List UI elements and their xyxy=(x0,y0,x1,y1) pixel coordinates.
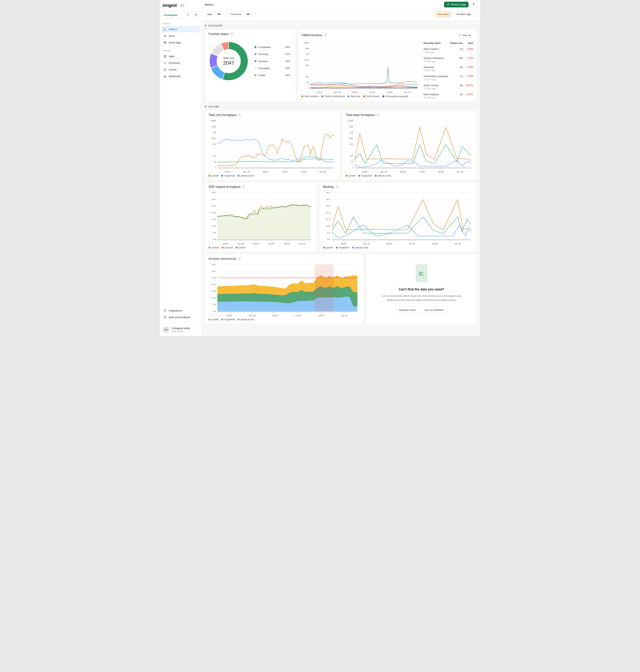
failed-functions-chart[interactable]: 100M10M1M100K10K10010118:00Jun 1906:0012… xyxy=(302,40,420,94)
total-steps-chart[interactable]: 100M10M1M100K10K10010118:00Jun 1906:0012… xyxy=(346,118,474,174)
failure-rate: 0.3% xyxy=(463,66,473,72)
legend-dot xyxy=(221,318,223,320)
legend-item[interactable]: github-pr-bot xyxy=(375,174,391,177)
gear-icon xyxy=(472,3,475,6)
svg-text:20 K: 20 K xyxy=(326,212,330,214)
card-title: Function status xyxy=(208,32,229,36)
legend-percent: 10% xyxy=(285,67,290,70)
give-feedback-button[interactable]: Give us feedback xyxy=(421,306,447,313)
svg-text:5 K: 5 K xyxy=(213,231,216,234)
sidebar-item-webhooks[interactable]: Webhooks xyxy=(161,73,200,80)
svg-text:18:00: 18:00 xyxy=(438,171,443,173)
legend-item[interactable]: New lead xyxy=(348,95,360,98)
legend-dot xyxy=(352,247,354,248)
functions-filter[interactable]: Functions All xyxy=(229,11,256,17)
legend-label: Completed xyxy=(259,46,285,48)
plug-icon xyxy=(163,309,167,312)
legend-item[interactable]: Onboarding campaign xyxy=(382,95,408,98)
svg-text:10K: 10K xyxy=(212,143,216,145)
svg-text:35 K: 35 K xyxy=(212,191,216,194)
help-icon[interactable]: ? xyxy=(238,257,241,260)
svg-text:1M: 1M xyxy=(350,131,353,133)
sidebar-item-apps[interactable]: Apps xyxy=(161,53,200,59)
svg-text:10: 10 xyxy=(306,81,309,84)
legend-item[interactable]: inngestbot xyxy=(221,174,235,177)
table-row[interactable]: Onboarding campaign 22 mins ago 10 0.5% xyxy=(423,75,473,81)
legend-item[interactable]: Deploy notifications xyxy=(322,95,345,98)
svg-text:12:00: 12:00 xyxy=(268,242,274,245)
sidebar-item-event-logs[interactable]: Event logs xyxy=(161,40,200,46)
legend-item[interactable]: Started xyxy=(208,246,219,249)
account-concurrency-chart[interactable]: 35 K30 K25 K20 K15 K10 K5 K0 K18:00Jun 1… xyxy=(208,262,360,317)
sidebar-item-label: Events xyxy=(169,68,177,71)
collapse-triangle-icon[interactable] xyxy=(205,25,206,27)
total-runs-chart[interactable]: 100M10M1M100K10K10010118:00Jun 1906:0012… xyxy=(208,118,336,174)
table-row[interactable]: Web Analytics 35 mins ago 50 1.67% xyxy=(423,93,473,99)
functions-icon xyxy=(163,61,167,65)
legend-item[interactable]: Ended xyxy=(236,246,245,249)
legend-item[interactable]: github-pr-bot xyxy=(237,174,254,177)
table-row[interactable]: Web Analytics 5 mins ago 10 0.5% xyxy=(423,47,473,54)
legend-item[interactable]: growth xyxy=(208,174,219,177)
failure-rate: 0.5% xyxy=(463,75,473,81)
table-row[interactable]: Stripe invoice 25 mins ago 60 0.07% xyxy=(423,84,473,90)
failed-runs-count: 700 xyxy=(450,57,463,62)
legend-item[interactable]: github-pr-bot xyxy=(352,246,368,249)
sidebar-item-functions[interactable]: Functions xyxy=(161,60,200,66)
legend-dot xyxy=(375,175,377,177)
env-filter-button[interactable] xyxy=(193,12,199,18)
help-icon[interactable]: ? xyxy=(238,114,241,116)
legend-item[interactable]: github-pr-bot xyxy=(237,318,254,321)
svg-text:1: 1 xyxy=(308,87,309,89)
legend-dot xyxy=(221,175,223,177)
request-charts-button[interactable]: Request charts xyxy=(396,306,419,313)
user-name: User name xyxy=(172,330,190,333)
svg-text:06:00: 06:00 xyxy=(272,314,278,317)
sidebar-group-label: Monitor xyxy=(160,19,202,26)
sidebar-item-label: Help and feedback xyxy=(169,316,190,319)
svg-text:0 K: 0 K xyxy=(213,238,216,240)
help-icon[interactable]: ? xyxy=(242,185,245,188)
legend-item[interactable]: growth xyxy=(208,318,219,321)
svg-text:10M: 10M xyxy=(349,126,353,128)
legend-item[interactable]: inngestbot xyxy=(336,246,349,249)
collapse-triangle-icon[interactable] xyxy=(205,106,206,108)
sidebar-item-runs[interactable]: Runs xyxy=(161,33,200,39)
backlog-card: Backlog? 35 K30 K25 K20 K15 K10 K5 K0 K1… xyxy=(319,182,477,252)
main-content: Metrics Refresh page Apps xyxy=(202,0,480,336)
svg-text:Jun 19: Jun 19 xyxy=(380,171,387,173)
svg-text:18:00: 18:00 xyxy=(362,171,367,173)
backlog-chart[interactable]: 35 K30 K25 K20 K15 K10 K5 K0 K18:00Jun 1… xyxy=(323,190,473,246)
help-icon[interactable]: ? xyxy=(324,34,327,37)
sidebar-item-help-and-feedback[interactable]: Help and feedback xyxy=(161,314,200,320)
legend-item[interactable]: Queued xyxy=(222,246,233,249)
sidebar-item-events[interactable]: Events xyxy=(161,67,200,73)
table-row[interactable]: New lead 20 mins ago 40 0.3% xyxy=(423,66,473,72)
workspace-select[interactable]: Production xyxy=(162,12,191,18)
apps-filter[interactable]: Apps All xyxy=(205,11,226,17)
apps-filter-value: All xyxy=(217,13,221,16)
sidebar-item-label: Webhooks xyxy=(169,75,181,78)
legend-item[interactable]: Web Analytics xyxy=(302,95,319,98)
settings-button[interactable] xyxy=(470,1,477,8)
sdk-request-throughput-card: SDK request throughput? 35 K30 K25 K20 K… xyxy=(205,182,317,252)
help-icon[interactable]: ? xyxy=(377,114,379,116)
sidebar-item-metrics[interactable]: Metrics xyxy=(161,26,200,32)
functions-filter-value: All xyxy=(246,13,250,16)
sidebar-item-integrations[interactable]: Integrations xyxy=(161,308,200,314)
view-all-button[interactable]: View all xyxy=(456,32,473,38)
svg-text:1: 1 xyxy=(352,166,353,169)
time-range-select[interactable]: 24 hours ago xyxy=(454,11,477,17)
table-row[interactable]: Deploy notification 10 mins ago 700 0.1% xyxy=(423,57,473,62)
account-menu[interactable]: CN Company name User name xyxy=(160,324,202,336)
legend-item[interactable]: growth xyxy=(323,246,333,249)
legend-item[interactable]: inngestbot xyxy=(221,318,235,321)
refresh-page-button[interactable]: Refresh page xyxy=(444,2,468,8)
help-icon[interactable]: ? xyxy=(230,33,233,35)
command-k-shortcut[interactable]: ⌘ K xyxy=(178,4,186,8)
legend-item[interactable]: Stripe invoice xyxy=(363,95,380,98)
help-icon[interactable]: ? xyxy=(335,185,338,188)
legend-item[interactable]: inngestbot xyxy=(358,174,372,177)
legend-item[interactable]: growth xyxy=(346,174,356,177)
sdk-request-chart[interactable]: 35 K30 K25 K20 K15 K10 K5 K0 K18:00Jun 1… xyxy=(208,190,313,246)
